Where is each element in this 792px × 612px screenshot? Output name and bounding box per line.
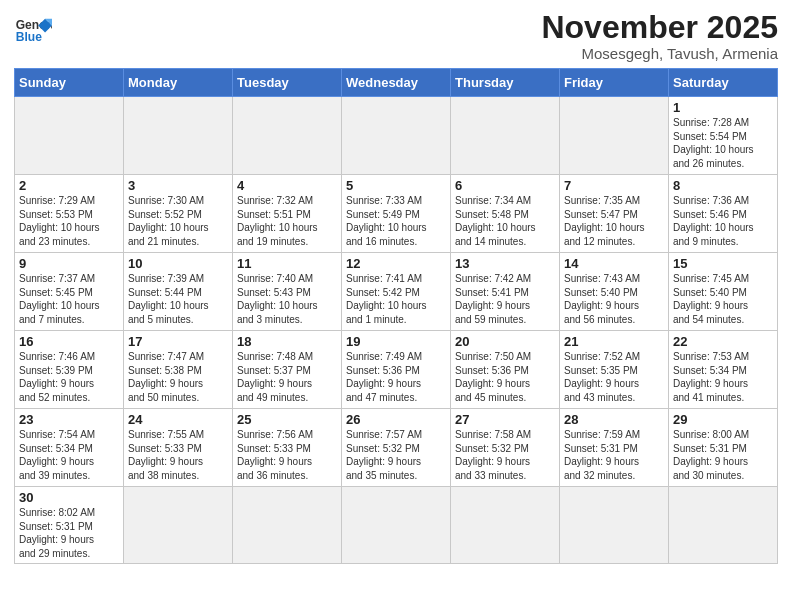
day-info: Sunrise: 7:39 AM Sunset: 5:44 PM Dayligh… [128,272,228,326]
calendar-cell: 6Sunrise: 7:34 AM Sunset: 5:48 PM Daylig… [451,175,560,253]
day-info: Sunrise: 7:50 AM Sunset: 5:36 PM Dayligh… [455,350,555,404]
calendar-cell: 23Sunrise: 7:54 AM Sunset: 5:34 PM Dayli… [15,409,124,487]
day-info: Sunrise: 7:40 AM Sunset: 5:43 PM Dayligh… [237,272,337,326]
day-number: 6 [455,178,555,193]
day-info: Sunrise: 7:57 AM Sunset: 5:32 PM Dayligh… [346,428,446,482]
calendar-cell [451,97,560,175]
day-number: 29 [673,412,773,427]
calendar-header-row: SundayMondayTuesdayWednesdayThursdayFrid… [15,69,778,97]
day-info: Sunrise: 8:00 AM Sunset: 5:31 PM Dayligh… [673,428,773,482]
day-number: 21 [564,334,664,349]
day-number: 24 [128,412,228,427]
day-info: Sunrise: 7:47 AM Sunset: 5:38 PM Dayligh… [128,350,228,404]
day-number: 30 [19,490,119,505]
calendar-cell [124,487,233,564]
calendar-cell [15,97,124,175]
calendar-cell: 14Sunrise: 7:43 AM Sunset: 5:40 PM Dayli… [560,253,669,331]
day-info: Sunrise: 7:48 AM Sunset: 5:37 PM Dayligh… [237,350,337,404]
calendar-cell: 25Sunrise: 7:56 AM Sunset: 5:33 PM Dayli… [233,409,342,487]
calendar-cell: 16Sunrise: 7:46 AM Sunset: 5:39 PM Dayli… [15,331,124,409]
day-number: 23 [19,412,119,427]
day-info: Sunrise: 7:36 AM Sunset: 5:46 PM Dayligh… [673,194,773,248]
calendar-cell [233,487,342,564]
day-number: 15 [673,256,773,271]
day-info: Sunrise: 7:34 AM Sunset: 5:48 PM Dayligh… [455,194,555,248]
day-info: Sunrise: 7:29 AM Sunset: 5:53 PM Dayligh… [19,194,119,248]
calendar-cell [124,97,233,175]
day-number: 9 [19,256,119,271]
generalblue-icon: General Blue [14,10,52,48]
day-info: Sunrise: 7:55 AM Sunset: 5:33 PM Dayligh… [128,428,228,482]
calendar-cell: 17Sunrise: 7:47 AM Sunset: 5:38 PM Dayli… [124,331,233,409]
day-info: Sunrise: 7:42 AM Sunset: 5:41 PM Dayligh… [455,272,555,326]
day-info: Sunrise: 7:54 AM Sunset: 5:34 PM Dayligh… [19,428,119,482]
page: General Blue November 2025 Mosesgegh, Ta… [0,0,792,574]
day-info: Sunrise: 7:33 AM Sunset: 5:49 PM Dayligh… [346,194,446,248]
calendar-header-friday: Friday [560,69,669,97]
day-number: 10 [128,256,228,271]
calendar-cell: 2Sunrise: 7:29 AM Sunset: 5:53 PM Daylig… [15,175,124,253]
day-info: Sunrise: 7:37 AM Sunset: 5:45 PM Dayligh… [19,272,119,326]
day-number: 28 [564,412,664,427]
calendar-cell: 21Sunrise: 7:52 AM Sunset: 5:35 PM Dayli… [560,331,669,409]
calendar-cell: 9Sunrise: 7:37 AM Sunset: 5:45 PM Daylig… [15,253,124,331]
calendar-week-1: 1Sunrise: 7:28 AM Sunset: 5:54 PM Daylig… [15,97,778,175]
day-info: Sunrise: 7:49 AM Sunset: 5:36 PM Dayligh… [346,350,446,404]
calendar-header-sunday: Sunday [15,69,124,97]
day-number: 3 [128,178,228,193]
calendar-cell [669,487,778,564]
calendar-cell: 24Sunrise: 7:55 AM Sunset: 5:33 PM Dayli… [124,409,233,487]
calendar-cell [342,487,451,564]
calendar-cell: 11Sunrise: 7:40 AM Sunset: 5:43 PM Dayli… [233,253,342,331]
calendar-cell: 30Sunrise: 8:02 AM Sunset: 5:31 PM Dayli… [15,487,124,564]
calendar-cell: 20Sunrise: 7:50 AM Sunset: 5:36 PM Dayli… [451,331,560,409]
calendar-cell [560,97,669,175]
day-number: 17 [128,334,228,349]
day-number: 2 [19,178,119,193]
day-info: Sunrise: 7:28 AM Sunset: 5:54 PM Dayligh… [673,116,773,170]
day-number: 16 [19,334,119,349]
calendar-cell: 1Sunrise: 7:28 AM Sunset: 5:54 PM Daylig… [669,97,778,175]
day-info: Sunrise: 7:56 AM Sunset: 5:33 PM Dayligh… [237,428,337,482]
day-info: Sunrise: 8:02 AM Sunset: 5:31 PM Dayligh… [19,506,119,560]
calendar-table: SundayMondayTuesdayWednesdayThursdayFrid… [14,68,778,564]
calendar-cell: 28Sunrise: 7:59 AM Sunset: 5:31 PM Dayli… [560,409,669,487]
day-number: 20 [455,334,555,349]
calendar-header-monday: Monday [124,69,233,97]
calendar-cell [560,487,669,564]
calendar-header-wednesday: Wednesday [342,69,451,97]
calendar-week-6: 30Sunrise: 8:02 AM Sunset: 5:31 PM Dayli… [15,487,778,564]
calendar-cell: 12Sunrise: 7:41 AM Sunset: 5:42 PM Dayli… [342,253,451,331]
calendar-week-2: 2Sunrise: 7:29 AM Sunset: 5:53 PM Daylig… [15,175,778,253]
day-number: 26 [346,412,446,427]
day-number: 4 [237,178,337,193]
day-info: Sunrise: 7:30 AM Sunset: 5:52 PM Dayligh… [128,194,228,248]
calendar-cell: 4Sunrise: 7:32 AM Sunset: 5:51 PM Daylig… [233,175,342,253]
day-number: 11 [237,256,337,271]
location: Mosesgegh, Tavush, Armenia [541,45,778,62]
header: General Blue November 2025 Mosesgegh, Ta… [14,10,778,62]
day-number: 14 [564,256,664,271]
svg-text:Blue: Blue [16,30,42,44]
day-info: Sunrise: 7:35 AM Sunset: 5:47 PM Dayligh… [564,194,664,248]
calendar-cell: 13Sunrise: 7:42 AM Sunset: 5:41 PM Dayli… [451,253,560,331]
day-info: Sunrise: 7:53 AM Sunset: 5:34 PM Dayligh… [673,350,773,404]
calendar-header-thursday: Thursday [451,69,560,97]
day-number: 19 [346,334,446,349]
day-number: 8 [673,178,773,193]
day-number: 5 [346,178,446,193]
day-number: 22 [673,334,773,349]
day-info: Sunrise: 7:45 AM Sunset: 5:40 PM Dayligh… [673,272,773,326]
calendar-cell: 19Sunrise: 7:49 AM Sunset: 5:36 PM Dayli… [342,331,451,409]
day-number: 27 [455,412,555,427]
calendar-header-tuesday: Tuesday [233,69,342,97]
day-info: Sunrise: 7:46 AM Sunset: 5:39 PM Dayligh… [19,350,119,404]
calendar-cell: 18Sunrise: 7:48 AM Sunset: 5:37 PM Dayli… [233,331,342,409]
calendar-cell: 7Sunrise: 7:35 AM Sunset: 5:47 PM Daylig… [560,175,669,253]
calendar-cell [342,97,451,175]
calendar-cell [451,487,560,564]
day-number: 13 [455,256,555,271]
title-block: November 2025 Mosesgegh, Tavush, Armenia [541,10,778,62]
day-number: 25 [237,412,337,427]
calendar-cell: 29Sunrise: 8:00 AM Sunset: 5:31 PM Dayli… [669,409,778,487]
